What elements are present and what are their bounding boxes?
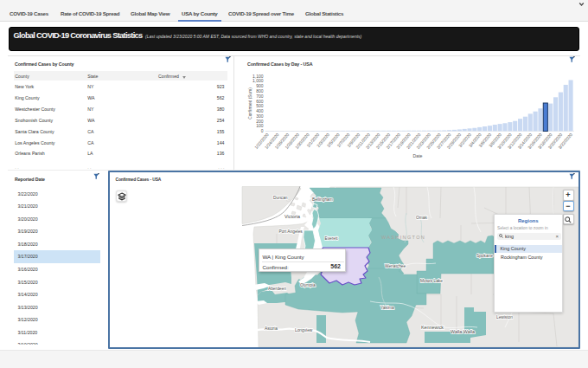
- svg-text:900: 900: [256, 83, 264, 88]
- svg-text:600: 600: [256, 99, 264, 104]
- svg-text:300: 300: [256, 113, 264, 119]
- svg-text:Date: Date: [413, 153, 423, 158]
- svg-text:0: 0: [261, 128, 264, 133]
- svg-text:500: 500: [256, 103, 264, 108]
- svg-text:1,100: 1,100: [252, 74, 264, 79]
- svg-text:700: 700: [256, 94, 264, 99]
- svg-text:100: 100: [256, 123, 264, 128]
- svg-text:1,000: 1,000: [252, 78, 264, 83]
- svg-text:800: 800: [256, 88, 264, 94]
- svg-text:200: 200: [256, 119, 264, 124]
- svg-text:400: 400: [256, 108, 264, 113]
- svg-text:Confirmed (Sum): Confirmed (Sum): [248, 87, 252, 119]
